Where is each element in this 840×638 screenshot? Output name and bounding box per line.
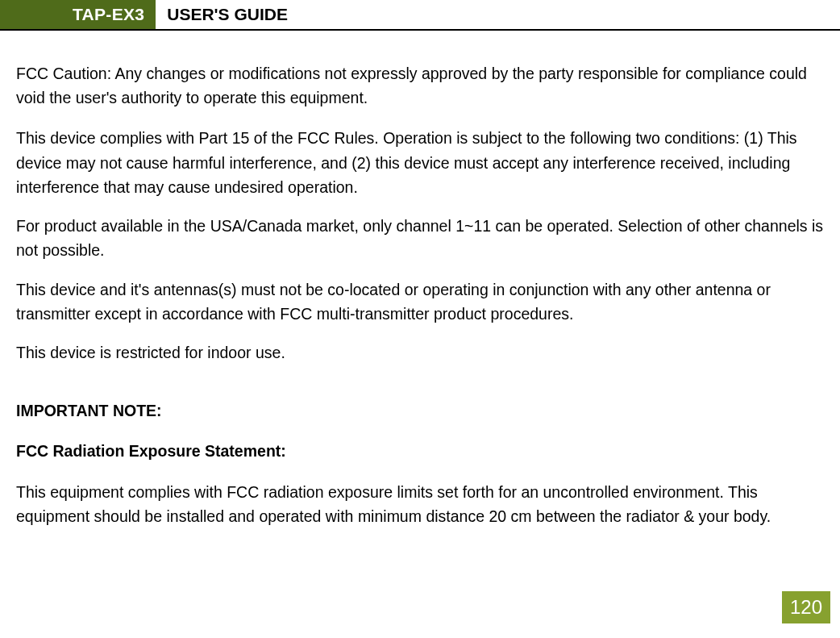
fcc-caution-paragraph: FCC Caution: Any changes or modification…: [16, 61, 825, 110]
document-title: USER'S GUIDE: [156, 0, 299, 29]
page-content: FCC Caution: Any changes or modification…: [0, 61, 840, 528]
fcc-radiation-heading: FCC Radiation Exposure Statement:: [16, 439, 825, 463]
page-header: TAP-EX3 USER'S GUIDE: [0, 0, 840, 31]
radiation-exposure-paragraph: This equipment complies with FCC radiati…: [16, 480, 825, 528]
indoor-use-paragraph: This device is restricted for indoor use…: [16, 340, 825, 365]
product-tab: TAP-EX3: [0, 0, 156, 29]
usa-canada-channels-paragraph: For product available in the USA/Canada …: [16, 214, 825, 262]
page-number: 120: [782, 591, 830, 623]
antenna-colocation-paragraph: This device and it's antennas(s) must no…: [16, 277, 825, 326]
fcc-part15-paragraph: This device complies with Part 15 of the…: [16, 126, 825, 199]
important-note-heading: IMPORTANT NOTE:: [16, 398, 825, 423]
